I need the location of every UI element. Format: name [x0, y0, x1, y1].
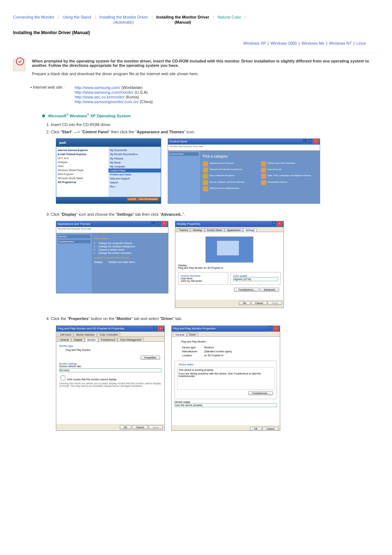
troubleshoot-button[interactable]: Troubleshoot... [248, 391, 273, 395]
startmenu-item[interactable]: My Music [110, 161, 159, 165]
startmenu-control-panel[interactable]: Control Panel [109, 169, 161, 173]
advanced-button[interactable]: Advanced [260, 288, 279, 292]
start-button[interactable]: start [57, 203, 70, 204]
nav-install-auto[interactable]: Installing the Monitor Driver (Automatic… [99, 15, 148, 25]
minimize-icon[interactable]: _ [151, 221, 156, 226]
task-link[interactable]: Change the screen resolution [94, 251, 166, 255]
help-icon[interactable]: ? [271, 221, 277, 226]
startmenu-item[interactable]: Windows Media Player [58, 168, 107, 172]
cp-category[interactable]: Appearance and Themes [203, 161, 259, 165]
maximize-icon[interactable]: □ [156, 221, 161, 226]
startmenu-item[interactable]: Run... [110, 185, 159, 189]
nav-natural-color[interactable]: Natural Color [217, 15, 241, 20]
nav-connecting[interactable]: Connecting the Monitor [13, 15, 54, 20]
close-icon[interactable]: × [158, 326, 163, 331]
tab-themes[interactable]: Themes [177, 228, 190, 232]
link-windows-nt[interactable]: Windows NT [329, 41, 352, 45]
tab-color-management[interactable]: Color Management [118, 338, 144, 341]
link-samsung-china[interactable]: http://www.samsungmonitor.com.cn/ [75, 100, 139, 104]
cp-category[interactable]: Printers and Other Hardware [261, 161, 317, 165]
startmenu-item[interactable]: Notepad [58, 160, 107, 164]
tab-general[interactable]: General [58, 338, 71, 341]
top-nav: Connecting the Monitor | Using the Stand… [13, 15, 379, 25]
tab-settings[interactable]: Settings [243, 228, 257, 232]
cp-category[interactable]: User Accounts [261, 167, 317, 171]
startmenu-item[interactable]: MSN Explorer [58, 172, 107, 176]
nav-install-manual[interactable]: Installing the Monitor Driver (Manual) [156, 15, 209, 25]
resolution-slider[interactable]: Less More [181, 277, 226, 280]
cp-category[interactable]: Date, Time, Language, and Regional Optio… [261, 174, 317, 178]
startmenu-item[interactable]: My Pictures [110, 157, 159, 161]
startmenu-item[interactable]: HCT 10.0 [58, 156, 107, 160]
logoff-button[interactable]: Log Off [127, 198, 137, 200]
location-value: on 3D Prophet III [199, 354, 232, 357]
apply-button[interactable]: Apply [148, 425, 163, 429]
tab-driver[interactable]: Driver [187, 333, 198, 336]
cp-category[interactable]: Add or Remove Programs [203, 174, 259, 178]
ok-button[interactable]: OK [239, 301, 250, 305]
link-windows-2000[interactable]: Windows 2000 [270, 41, 297, 45]
cp-category[interactable]: Accessibility Options [261, 180, 317, 184]
tab-desktop[interactable]: Desktop [191, 228, 204, 232]
startmenu-item[interactable]: My Recent Documents ▸ [110, 152, 159, 157]
task-link[interactable]: Change the desktop background [94, 245, 166, 248]
device-usage-dropdown[interactable]: Use this device (enable) [175, 403, 277, 407]
tab-appearance[interactable]: Appearance [225, 228, 243, 232]
minimize-icon[interactable]: _ [302, 139, 307, 144]
properties-button[interactable]: Properties [140, 356, 160, 360]
task-link[interactable]: Choose a screen saver [94, 248, 166, 251]
maximize-icon[interactable]: □ [308, 139, 313, 144]
startmenu-item[interactable]: My Documents [110, 148, 159, 152]
tab-monitor[interactable]: Monitor [85, 338, 98, 341]
cp-category[interactable]: Performance and Maintenance [203, 186, 259, 190]
cp-category[interactable]: Network and Internet Connections [203, 167, 259, 171]
link-windows-xp[interactable]: Windows XP [243, 41, 266, 45]
startmenu-item[interactable]: Windows Movie Maker [58, 176, 107, 180]
refresh-rate-dropdown[interactable]: 60 Hertz [59, 368, 162, 372]
task-link[interactable]: Change the computer's theme [94, 242, 166, 245]
startmenu-all-programs[interactable]: All Programs [58, 181, 74, 183]
ok-button[interactable]: OK [250, 427, 262, 431]
window-title: Plug and Play Monitor and 3D Prophet III… [58, 326, 124, 332]
help-icon[interactable]: ? [268, 326, 273, 331]
startmenu-item[interactable]: Paint [58, 164, 107, 168]
link-sec-korea[interactable]: http://www.sec.co.kr/monitor [75, 95, 125, 99]
cp-icon-taskbar[interactable]: Taskbar and Start Menu [108, 261, 135, 263]
startmenu-item[interactable]: Search [110, 181, 159, 185]
close-icon[interactable]: × [313, 139, 318, 144]
startmenu-item[interactable]: My Computer [110, 165, 159, 169]
website-link-list: http://www.samsung.com/ (Worldwide) http… [75, 85, 153, 104]
tab-general[interactable]: General [173, 333, 187, 336]
colorquality-dropdown[interactable]: Highest (32 bit) [233, 277, 278, 281]
nav-stand[interactable]: Using the Stand [63, 15, 91, 20]
close-icon[interactable]: × [273, 326, 278, 331]
link-samsung-worldwide[interactable]: http://www.samsung.com/ [75, 85, 120, 90]
tab-adapter[interactable]: Adapter [72, 338, 85, 341]
close-icon[interactable]: × [162, 221, 167, 226]
startmenu-item[interactable]: Printers and Faxes [110, 173, 159, 177]
startmenu-item[interactable]: E-mail Outlook Express [58, 153, 86, 155]
cp-icon-display[interactable]: Display [94, 261, 102, 263]
link-samsung-usa[interactable]: http://www.samsung.com/monitor [75, 90, 134, 94]
tab-color-correction[interactable]: Color Correction [97, 333, 120, 336]
tab-geforce[interactable]: GeForce3 [58, 333, 73, 336]
device-type-value: Monitors [199, 346, 232, 349]
apply-button[interactable]: Apply [268, 301, 282, 305]
cancel-button[interactable]: Cancel [251, 301, 267, 305]
tab-screensaver[interactable]: Screen Saver [205, 228, 224, 232]
tab-device-selection[interactable]: Device Selection [74, 333, 97, 336]
turnoff-button[interactable]: Turn Off Computer [138, 198, 159, 200]
help-icon[interactable]: ? [152, 326, 158, 331]
ok-button[interactable]: OK [120, 425, 131, 429]
troubleshoot-button[interactable]: Troubleshoot... [234, 288, 259, 292]
startmenu-item[interactable]: Help and Support [110, 177, 159, 181]
cancel-button[interactable]: Cancel [132, 425, 148, 429]
tab-troubleshoot[interactable]: Troubleshoot [98, 338, 118, 341]
close-icon[interactable]: × [277, 221, 282, 226]
startmenu-item[interactable]: Internet Internet Explorer [58, 149, 88, 151]
hide-modes-checkbox[interactable] [61, 376, 65, 380]
link-windows-me[interactable]: Windows Me [302, 41, 324, 45]
cp-category[interactable]: Sounds, Speech, and Audio Devices [203, 180, 259, 184]
cancel-button[interactable]: Cancel [262, 427, 278, 431]
link-linux[interactable]: Linux [356, 41, 366, 45]
